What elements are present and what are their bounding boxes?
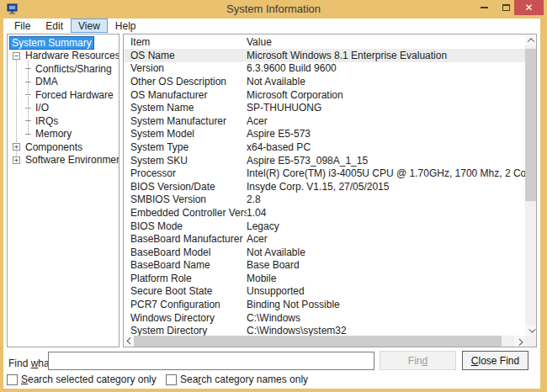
table-row[interactable]: BIOS ModeLegacy xyxy=(124,220,525,233)
value-cell: Not Available xyxy=(247,76,525,87)
maximize-button[interactable] xyxy=(497,0,515,15)
tree-item-dma[interactable]: DMA xyxy=(8,76,119,89)
tree-item-software-environment[interactable]: +Software Environment xyxy=(8,154,119,167)
tree-item-forced-hardware[interactable]: Forced Hardware xyxy=(8,88,119,102)
item-cell: PCR7 Configuration xyxy=(124,299,247,310)
titlebar[interactable]: System Information ✕ xyxy=(0,0,547,19)
vertical-scrollbar-thumb[interactable] xyxy=(525,49,536,201)
table-row[interactable]: BIOS Version/DateInsyde Corp. V1.15, 27/… xyxy=(124,180,525,193)
tree-branch-line xyxy=(25,108,31,109)
horizontal-scrollbar-thumb[interactable] xyxy=(134,336,502,347)
item-cell: Secure Boot State xyxy=(124,285,247,297)
category-tree-panel: System Summary−Hardware ResourcesConflic… xyxy=(7,34,119,347)
tree-item-label: Components xyxy=(24,141,84,153)
tree-item-irqs[interactable]: IRQs xyxy=(8,114,119,128)
scroll-right-button[interactable] xyxy=(514,336,525,347)
table-row[interactable]: Embedded Controller Version1.04 xyxy=(124,206,525,220)
close-button[interactable]: ✕ xyxy=(514,0,544,15)
client-area: FileEditViewHelp System Summary−Hardware… xyxy=(3,19,540,389)
tree-item-label: Hardware Resources xyxy=(24,50,119,61)
checkbox-icon[interactable] xyxy=(7,374,18,385)
tree-item-hardware-resources[interactable]: −Hardware Resources xyxy=(8,50,119,63)
value-cell: Mobile xyxy=(247,273,525,284)
expand-icon[interactable]: + xyxy=(13,156,20,164)
item-cell: Processor xyxy=(124,167,247,179)
item-cell: Embedded Controller Version xyxy=(124,207,247,219)
table-row[interactable]: PCR7 ConfigurationBinding Not Possible xyxy=(124,298,525,311)
tree-item-label: Memory xyxy=(34,128,73,140)
value-cell: 1.04 xyxy=(247,207,525,219)
table-row[interactable]: OS NameMicrosoft Windows 8.1 Enterprise … xyxy=(124,49,525,62)
system-information-window: { "window": { "title": "System Informati… xyxy=(0,0,547,392)
table-row[interactable]: System SKUAspire E5-573_098A_1_15 xyxy=(124,154,525,167)
vertical-scrollbar[interactable] xyxy=(525,34,536,336)
value-cell: x64-based PC xyxy=(247,141,525,153)
tree-item-i-o[interactable]: I/O xyxy=(8,102,119,115)
value-cell: Acer xyxy=(247,115,525,127)
expand-icon[interactable]: + xyxy=(13,143,20,151)
table-row[interactable]: System ModelAspire E5-573 xyxy=(124,128,525,141)
item-cell: BaseBoard Name xyxy=(124,259,247,271)
column-header-item[interactable]: Item xyxy=(124,36,247,48)
tree-item-label: I/O xyxy=(34,102,50,114)
item-cell: System SKU xyxy=(124,155,247,167)
tree-branch-line xyxy=(25,134,31,135)
item-cell: System Name xyxy=(124,102,247,114)
table-row[interactable]: System NameSP-THUHUONG xyxy=(124,101,525,114)
item-cell: OS Manufacturer xyxy=(124,89,247,101)
table-row[interactable]: BaseBoard NameBase Board xyxy=(124,259,525,273)
menu-item-file[interactable]: File xyxy=(7,19,38,33)
collapse-icon[interactable]: − xyxy=(13,52,20,60)
tree-branch-line xyxy=(25,68,31,69)
table-row[interactable]: BaseBoard ManufacturerAcer xyxy=(124,232,525,246)
table-row[interactable]: Version6.3.9600 Build 9600 xyxy=(124,62,525,76)
value-cell: Acer xyxy=(247,233,525,245)
item-cell: BIOS Mode xyxy=(124,220,247,232)
table-row[interactable]: System Typex64-based PC xyxy=(124,140,525,154)
minimize-button[interactable] xyxy=(475,0,493,15)
search-selected-category-checkbox[interactable]: Search selected category only xyxy=(7,373,157,385)
value-cell: Aspire E5-573_098A_1_15 xyxy=(247,155,525,167)
table-row[interactable]: BaseBoard ModelNot Available xyxy=(124,246,525,259)
column-header-value[interactable]: Value xyxy=(247,36,525,48)
table-row[interactable]: Platform RoleMobile xyxy=(124,272,525,285)
table-row[interactable]: System ManufacturerAcer xyxy=(124,114,525,128)
table-row[interactable]: Other OS DescriptionNot Available xyxy=(124,75,525,88)
tree-item-label: Conflicts/Sharing xyxy=(34,63,114,75)
table-row[interactable]: SMBIOS Version2.8 xyxy=(124,193,525,207)
tree-item-label: System Summary xyxy=(9,36,94,50)
value-cell: Aspire E5-573 xyxy=(247,128,525,140)
item-cell: System Manufacturer xyxy=(124,115,247,127)
chevron-down-icon xyxy=(528,326,535,332)
table-row[interactable]: ProcessorIntel(R) Core(TM) i3-4005U CPU … xyxy=(124,167,525,180)
table-row[interactable]: System DirectoryC:\Windows\system32 xyxy=(124,324,525,336)
tree-item-system-summary[interactable]: System Summary xyxy=(8,36,119,50)
menu-item-help[interactable]: Help xyxy=(108,19,144,33)
value-cell: Legacy xyxy=(247,220,525,232)
item-cell: System Type xyxy=(124,141,247,153)
tree-item-conflicts-sharing[interactable]: Conflicts/Sharing xyxy=(8,62,119,76)
tree-item-label: IRQs xyxy=(34,115,60,127)
table-row[interactable]: OS ManufacturerMicrosoft Corporation xyxy=(124,88,525,102)
detail-list: ItemValueOS NameMicrosoft Windows 8.1 En… xyxy=(124,34,525,336)
scroll-down-button[interactable] xyxy=(525,325,536,336)
chevron-right-icon xyxy=(516,338,523,345)
value-cell: Binding Not Possible xyxy=(247,299,525,310)
value-cell: Base Board xyxy=(247,259,525,271)
table-row[interactable]: Secure Boot StateUnsupported xyxy=(124,285,525,299)
horizontal-scrollbar[interactable] xyxy=(124,336,525,347)
table-row[interactable]: Windows DirectoryC:\Windows xyxy=(124,311,525,325)
find-button[interactable]: Find xyxy=(380,351,456,370)
close-icon: ✕ xyxy=(524,3,533,13)
scroll-up-button[interactable] xyxy=(525,34,536,45)
search-category-names-checkbox[interactable]: Search category names only xyxy=(166,373,308,385)
item-cell: BaseBoard Manufacturer xyxy=(124,233,247,245)
value-cell: Microsoft Windows 8.1 Enterprise Evaluat… xyxy=(247,50,525,61)
find-input[interactable] xyxy=(48,352,374,370)
menu-item-edit[interactable]: Edit xyxy=(38,19,71,33)
menu-item-view[interactable]: View xyxy=(71,19,108,33)
close-find-button[interactable]: Close Find xyxy=(462,351,528,370)
tree-item-components[interactable]: +Components xyxy=(8,140,119,154)
tree-item-memory[interactable]: Memory xyxy=(8,128,119,141)
checkbox-icon[interactable] xyxy=(166,374,177,385)
